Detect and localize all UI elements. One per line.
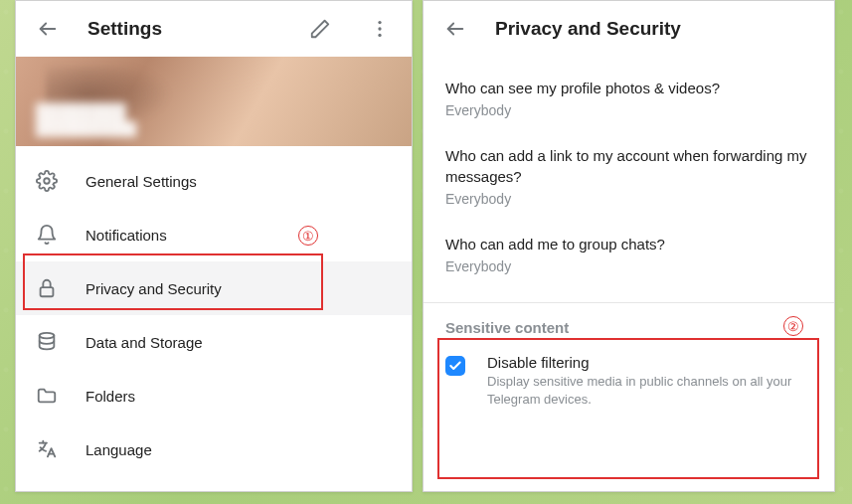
svg-point-1	[378, 21, 381, 24]
back-button[interactable]	[435, 9, 475, 49]
svg-point-2	[378, 27, 381, 30]
privacy-panel: Privacy and Security Who can see my prof…	[423, 0, 835, 492]
arrow-left-icon	[444, 18, 466, 40]
lock-icon	[36, 277, 58, 299]
disable-filtering-desc: Display sensitive media in public channe…	[487, 373, 812, 408]
gear-icon	[36, 170, 58, 192]
menu-label: Notifications	[85, 227, 167, 244]
svg-rect-5	[41, 287, 54, 296]
settings-title: Settings	[87, 18, 280, 40]
language-icon	[36, 438, 58, 460]
arrow-left-icon	[37, 18, 59, 40]
settings-header: Settings	[16, 1, 412, 57]
menu-label: Data and Storage	[85, 334, 203, 351]
pencil-icon	[309, 18, 331, 40]
menu-item-privacy-security[interactable]: Privacy and Security	[16, 261, 412, 315]
privacy-options: Who can see my profile photos & videos? …	[424, 57, 834, 296]
svg-point-3	[378, 34, 381, 37]
menu-item-folders[interactable]: Folders	[16, 369, 412, 422]
annotation-label-2: ②	[783, 316, 803, 336]
menu-label: Privacy and Security	[85, 280, 222, 297]
settings-menu: General Settings Notifications Privacy a…	[16, 146, 412, 476]
bell-icon	[36, 224, 58, 246]
menu-label: Folders	[85, 388, 135, 405]
settings-panel: Settings ████████ ███████████ General Se…	[15, 0, 413, 492]
privacy-item-photos[interactable]: Who can see my profile photos & videos? …	[424, 65, 834, 132]
section-sensitive-content: Sensitive content	[424, 303, 834, 342]
back-button[interactable]	[28, 9, 68, 49]
folder-icon	[36, 385, 58, 407]
privacy-title: Privacy and Security	[495, 18, 822, 40]
disable-filtering-row[interactable]: Disable filtering Display sensitive medi…	[424, 342, 834, 425]
menu-item-notifications[interactable]: Notifications	[16, 208, 412, 261]
privacy-question: Who can add a link to my account when fo…	[445, 146, 812, 187]
svg-point-4	[44, 178, 50, 184]
disable-filtering-checkbox[interactable]	[445, 356, 465, 376]
svg-point-6	[40, 333, 55, 339]
profile-text-blurred: ████████ ███████████	[36, 103, 136, 136]
privacy-question: Who can see my profile photos & videos?	[445, 79, 812, 98]
database-icon	[36, 331, 58, 353]
privacy-question: Who can add me to group chats?	[445, 235, 812, 254]
more-vertical-icon	[369, 18, 391, 40]
more-button[interactable]	[360, 9, 400, 49]
disable-filtering-text: Disable filtering Display sensitive medi…	[487, 354, 812, 408]
menu-item-data-storage[interactable]: Data and Storage	[16, 315, 412, 369]
menu-label: General Settings	[85, 173, 197, 190]
privacy-header: Privacy and Security	[424, 1, 834, 57]
privacy-item-groups[interactable]: Who can add me to group chats? Everybody	[424, 221, 834, 288]
menu-item-general-settings[interactable]: General Settings	[16, 154, 412, 208]
annotation-label-1: ①	[298, 226, 318, 246]
profile-banner[interactable]: ████████ ███████████	[16, 57, 412, 146]
privacy-value: Everybody	[445, 191, 812, 207]
privacy-value: Everybody	[445, 258, 812, 274]
edit-button[interactable]	[300, 9, 340, 49]
privacy-value: Everybody	[445, 102, 812, 118]
check-icon	[448, 359, 462, 373]
menu-item-language[interactable]: Language	[16, 422, 412, 476]
disable-filtering-title: Disable filtering	[487, 354, 812, 371]
privacy-item-forwarding[interactable]: Who can add a link to my account when fo…	[424, 132, 834, 221]
menu-label: Language	[85, 441, 152, 458]
